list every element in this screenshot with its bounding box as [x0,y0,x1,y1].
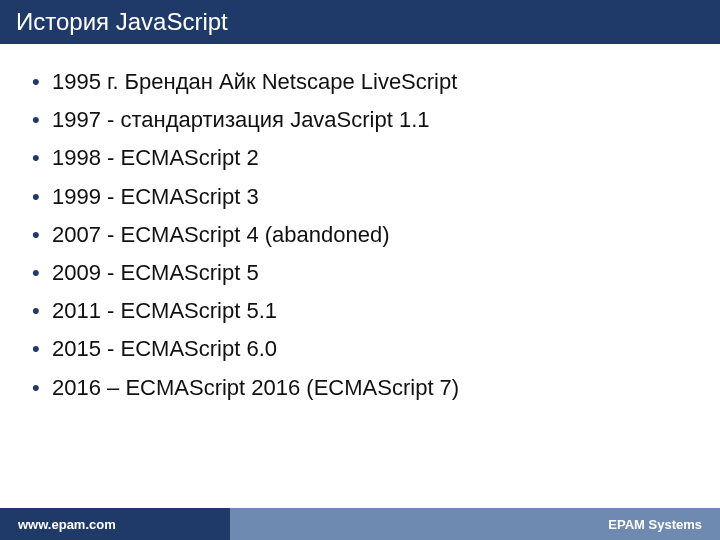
footer-company: EPAM Systems [230,508,720,540]
slide-title-bar: История JavaScript [0,0,720,44]
list-item: 2011 - ECMAScript 5.1 [28,293,692,328]
list-item: 2015 - ECMAScript 6.0 [28,331,692,366]
footer-url: www.epam.com [0,508,230,540]
list-item: 1997 - стандартизация JavaScript 1.1 [28,102,692,137]
list-item: 2009 - ECMAScript 5 [28,255,692,290]
slide-content: 1995 г. Брендан Айк Netscape LiveScript … [0,44,720,428]
list-item: 1998 - ECMAScript 2 [28,140,692,175]
list-item: 1995 г. Брендан Айк Netscape LiveScript [28,64,692,99]
list-item: 2007 - ECMAScript 4 (abandoned) [28,217,692,252]
history-list: 1995 г. Брендан Айк Netscape LiveScript … [28,64,692,405]
slide-footer: www.epam.com EPAM Systems [0,508,720,540]
list-item: 2016 – ECMAScript 2016 (ECMAScript 7) [28,370,692,405]
slide-title: История JavaScript [16,8,228,36]
list-item: 1999 - ECMAScript 3 [28,179,692,214]
